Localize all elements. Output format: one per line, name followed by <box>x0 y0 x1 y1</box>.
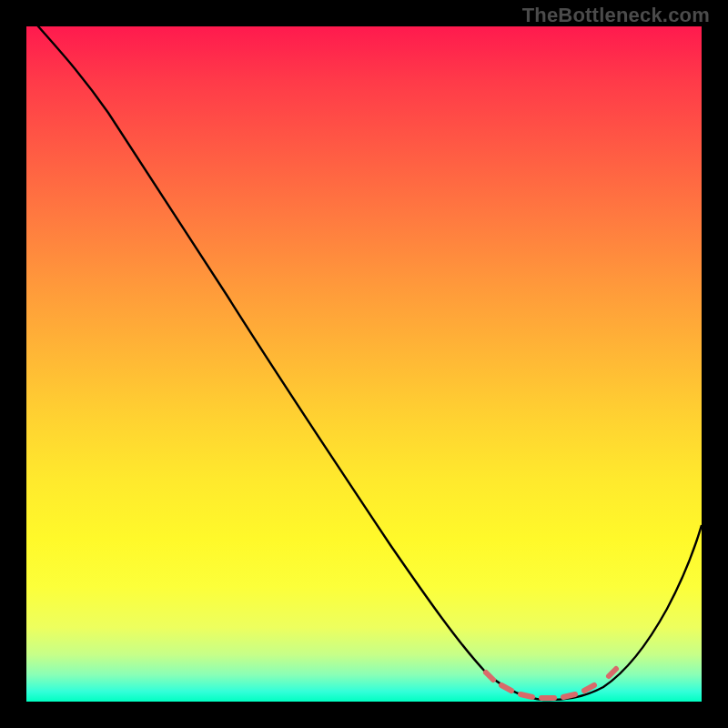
marker-dash <box>486 672 493 680</box>
plot-area <box>26 26 702 702</box>
bottleneck-curve <box>26 26 702 700</box>
highlighted-range-markers <box>486 669 616 698</box>
chart-container: TheBottleneck.com <box>0 0 728 728</box>
marker-dash <box>563 694 575 697</box>
curve-layer <box>26 26 702 702</box>
marker-dash <box>584 685 594 691</box>
marker-dash <box>521 694 532 697</box>
marker-dash <box>501 685 511 691</box>
watermark-text: TheBottleneck.com <box>522 4 710 27</box>
marker-dash <box>609 669 616 676</box>
